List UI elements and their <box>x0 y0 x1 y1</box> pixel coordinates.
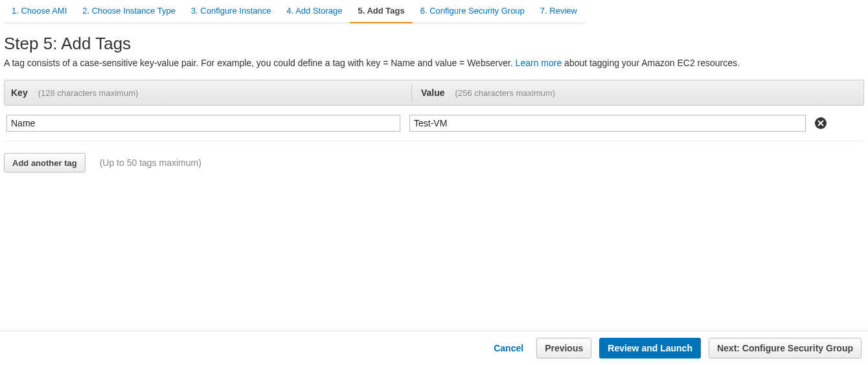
page-description-post: about tagging your Amazon EC2 resources. <box>562 58 740 68</box>
next-configure-security-group-button[interactable]: Next: Configure Security Group <box>709 338 862 359</box>
tag-value-input[interactable] <box>409 115 806 132</box>
wizard-step-review[interactable]: 7. Review <box>532 0 585 23</box>
wizard-step-configure-instance[interactable]: 3. Configure Instance <box>183 0 279 23</box>
wizard-step-add-storage[interactable]: 4. Add Storage <box>279 0 350 23</box>
wizard-step-choose-instance-type[interactable]: 2. Choose Instance Type <box>74 0 183 23</box>
page-description: A tag consists of a case-sensitive key-v… <box>4 58 864 68</box>
tag-key-input[interactable] <box>6 115 400 132</box>
wizard-step-configure-security-group[interactable]: 6. Configure Security Group <box>413 0 532 23</box>
add-another-tag-button[interactable]: Add another tag <box>4 153 86 172</box>
tag-table-header: Key (128 characters maximum) Value (256 … <box>4 80 864 106</box>
column-key-label: Key <box>11 88 28 98</box>
column-key-hint: (128 characters maximum) <box>38 88 139 98</box>
wizard-step-add-tags[interactable]: 5. Add Tags <box>350 0 412 23</box>
previous-button[interactable]: Previous <box>536 338 591 359</box>
page-title: Step 5: Add Tags <box>4 34 864 54</box>
column-value-hint: (256 characters maximum) <box>455 88 556 98</box>
tag-row <box>4 106 864 141</box>
page-description-pre: A tag consists of a case-sensitive key-v… <box>4 58 516 68</box>
wizard-step-choose-ami[interactable]: 1. Choose AMI <box>4 0 74 23</box>
footer-actions: Cancel Previous Review and Launch Next: … <box>0 331 868 365</box>
learn-more-link[interactable]: Learn more <box>516 58 562 68</box>
cancel-link[interactable]: Cancel <box>488 343 529 353</box>
wizard-steps: 1. Choose AMI 2. Choose Instance Type 3.… <box>0 0 868 23</box>
tag-limit-hint: (Up to 50 tags maximum) <box>100 158 201 168</box>
remove-tag-icon[interactable] <box>815 117 827 129</box>
review-and-launch-button[interactable]: Review and Launch <box>599 338 701 359</box>
column-value-label: Value <box>421 88 445 98</box>
